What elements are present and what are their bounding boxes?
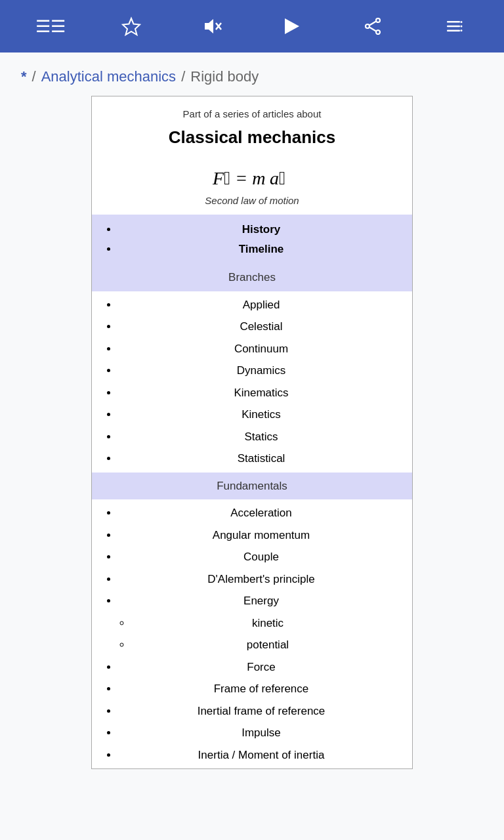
hamburger-menu-icon[interactable]: ☰ <box>35 10 66 42</box>
main-content: Part of a series of articles about Class… <box>0 96 504 790</box>
branches-header: Branches <box>92 264 412 291</box>
svg-marker-1 <box>205 19 213 33</box>
formula-display: F⃗ = m a⃗ <box>92 156 412 194</box>
svg-marker-4 <box>285 18 299 34</box>
branches-list: Applied Celestial Continuum Dynamics Kin… <box>100 294 404 470</box>
list-item[interactable]: Energy <box>118 590 404 612</box>
svg-point-6 <box>376 30 380 34</box>
breadcrumb-current-page: Rigid body <box>190 68 259 85</box>
list-item[interactable]: Frame of reference <box>118 678 404 700</box>
overflow-menu-icon[interactable] <box>438 10 469 42</box>
list-item[interactable]: Force <box>118 656 404 679</box>
list-item[interactable]: Dynamics <box>118 360 404 382</box>
breadcrumb-link-analytical-mechanics[interactable]: Analytical mechanics <box>41 68 176 85</box>
breadcrumb-sep-2: / <box>181 68 185 85</box>
list-item[interactable]: Couple <box>118 546 404 568</box>
svg-point-13 <box>460 21 462 23</box>
svg-point-14 <box>460 26 462 28</box>
timeline-item[interactable]: Timeline <box>118 240 404 259</box>
breadcrumb-sep-1: / <box>32 68 36 85</box>
infobox-header: Part of a series of articles about Class… <box>92 96 412 156</box>
play-icon[interactable] <box>276 10 308 42</box>
list-item[interactable]: Statics <box>118 426 404 448</box>
breadcrumb-star[interactable]: * <box>21 68 27 85</box>
formula-svg: F⃗ = m a⃗ <box>209 161 295 192</box>
fundamentals-list-container: Acceleration Angular momentum Couple D'A… <box>92 499 412 768</box>
history-item[interactable]: History <box>118 220 404 240</box>
svg-text:a⃗: a⃗ <box>270 168 285 188</box>
series-title: Classical mechanics <box>100 125 404 150</box>
svg-marker-0 <box>123 18 140 35</box>
history-timeline-section: History Timeline <box>92 215 412 264</box>
series-label: Part of a series of articles about <box>100 107 404 122</box>
history-timeline-list: History Timeline <box>100 220 404 259</box>
list-item-sub[interactable]: potential <box>131 634 404 656</box>
list-item[interactable]: Celestial <box>118 316 404 338</box>
svg-rect-11 <box>447 26 460 28</box>
list-item[interactable]: Inertia / Moment of inertia <box>118 744 404 766</box>
breadcrumb: * / Analytical mechanics / Rigid body <box>0 52 504 96</box>
list-item[interactable]: Impulse <box>118 722 404 744</box>
list-item[interactable]: Statistical <box>118 448 404 470</box>
fundamentals-header: Fundamentals <box>92 472 412 500</box>
mute-icon[interactable] <box>196 10 228 42</box>
fundamentals-list: Acceleration Angular momentum Couple D'A… <box>100 502 404 766</box>
svg-point-7 <box>366 24 369 28</box>
svg-text:F⃗ = m: F⃗ = m <box>212 168 265 188</box>
svg-line-8 <box>369 22 376 26</box>
svg-point-15 <box>460 30 462 32</box>
list-item[interactable]: Angular momentum <box>118 524 404 547</box>
svg-rect-10 <box>447 21 460 23</box>
list-item[interactable]: D'Alembert's principle <box>118 568 404 591</box>
list-item[interactable]: Continuum <box>118 338 404 360</box>
list-item-sub[interactable]: kinetic <box>131 612 404 635</box>
toolbar: ☰ <box>0 0 504 52</box>
list-item[interactable]: Acceleration <box>118 502 404 524</box>
list-item[interactable]: Inertial frame of reference <box>118 700 404 723</box>
list-item[interactable]: Kinetics <box>118 404 404 426</box>
svg-rect-12 <box>447 30 460 32</box>
list-item[interactable]: Applied <box>118 294 404 316</box>
classical-mechanics-infobox: Part of a series of articles about Class… <box>91 96 413 769</box>
star-icon[interactable] <box>116 10 147 42</box>
formula-label: Second law of motion <box>92 194 412 215</box>
share-icon[interactable] <box>357 10 388 42</box>
svg-line-9 <box>369 28 376 32</box>
svg-point-5 <box>376 18 380 22</box>
list-item[interactable]: Kinematics <box>118 382 404 404</box>
branches-list-container: Applied Celestial Continuum Dynamics Kin… <box>92 291 412 472</box>
